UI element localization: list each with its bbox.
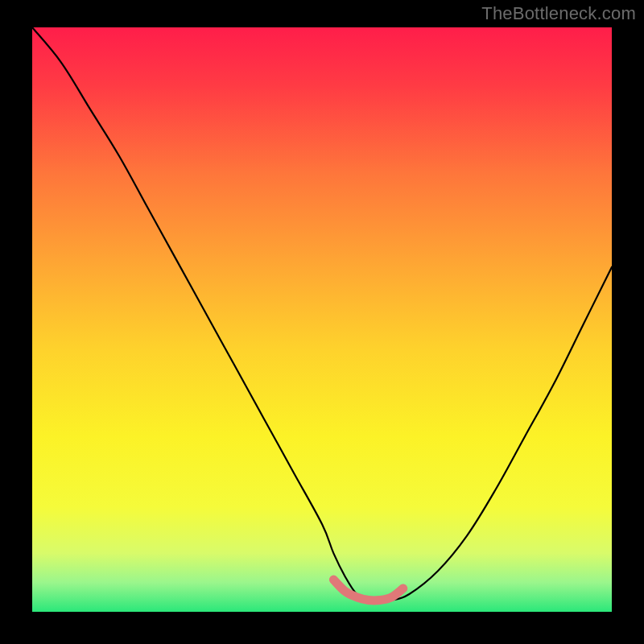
watermark-label: TheBottleneck.com — [481, 3, 636, 24]
pink-segment — [333, 580, 402, 601]
curve-layer — [32, 27, 612, 612]
plot-area — [32, 27, 612, 612]
black-curve — [32, 27, 612, 601]
chart-frame: TheBottleneck.com — [0, 0, 644, 644]
